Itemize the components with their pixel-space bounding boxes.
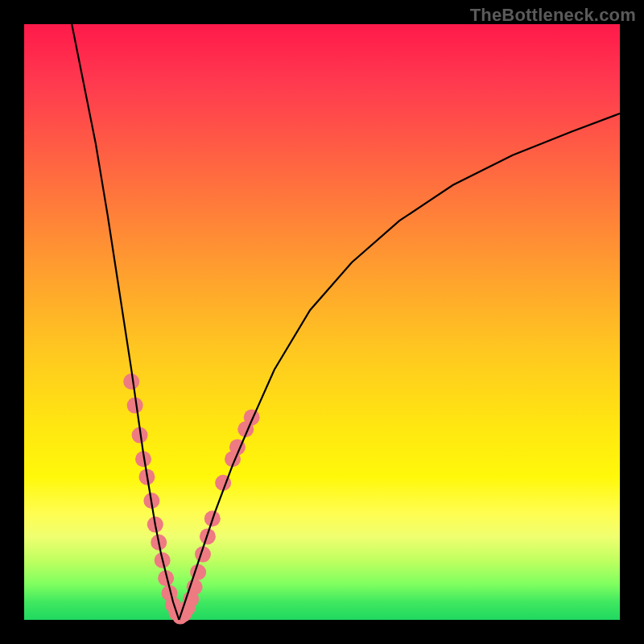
curve-left-branch (72, 24, 179, 620)
plot-area (24, 24, 620, 620)
curve-right-branch (179, 114, 620, 620)
chart-svg (24, 24, 620, 620)
chart-frame: TheBottleneck.com (0, 0, 644, 644)
markers-group (123, 374, 259, 625)
data-marker (244, 409, 260, 425)
data-marker (123, 374, 139, 390)
watermark-text: TheBottleneck.com (470, 5, 636, 26)
